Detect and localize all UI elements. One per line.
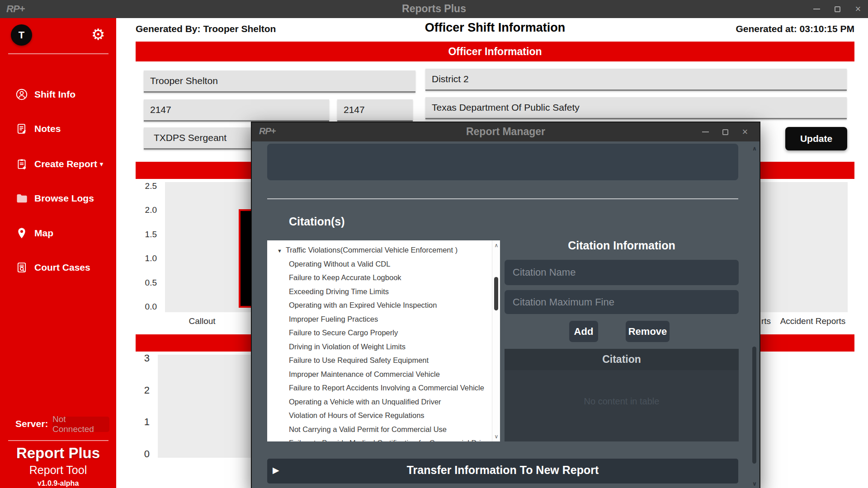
list-scrollbar[interactable]: ∧ ∨ xyxy=(492,240,500,441)
maximize-button[interactable] xyxy=(832,4,843,14)
x-axis-label-partial: rts xyxy=(761,316,771,326)
report-content-box[interactable] xyxy=(267,144,738,180)
y-tick-label: 2 xyxy=(132,375,150,407)
tree-children: Operating Without a Valid CDLFailure to … xyxy=(267,257,500,442)
sidebar-item-court-cases[interactable]: Court Cases xyxy=(0,260,116,275)
y-tick-label: 0 xyxy=(132,438,150,470)
tree-item[interactable]: Exceeding Driving Time Limits xyxy=(267,285,500,299)
sidebar-item-label: Court Cases xyxy=(34,262,90,273)
badge-number-field[interactable] xyxy=(144,99,329,122)
tree-root-label: Traffic Violations(Commercial Vehicle En… xyxy=(286,246,458,254)
add-button[interactable]: Add xyxy=(569,321,598,342)
sidebar-item-label: Notes xyxy=(34,123,61,134)
generated-at-label: Generated at: 03:10:15 PM xyxy=(0,23,854,34)
tree-item[interactable]: Operating a Vehicle with an Unqualified … xyxy=(267,395,500,409)
scroll-down-icon[interactable]: ∨ xyxy=(492,433,500,440)
tree-item[interactable]: Violation of Hours of Service Regulation… xyxy=(267,408,500,422)
tree-item[interactable]: Failure to Provide Medical Certification… xyxy=(267,436,500,441)
sidebar-item-label: Shift Info xyxy=(34,89,75,100)
avatar[interactable]: T xyxy=(11,24,32,46)
server-label: Server: xyxy=(15,418,48,429)
sidebar-item-browse-logs[interactable]: Browse Logs xyxy=(0,191,116,206)
modal-scrollbar-thumb[interactable] xyxy=(752,347,756,464)
version-label: v1.0.9-alpha xyxy=(0,479,116,488)
y-tick-label: 1 xyxy=(132,406,150,438)
transfer-label: Transfer Information To New Report xyxy=(267,464,738,477)
tree-item[interactable]: Failure to Report Accidents Involving a … xyxy=(267,381,500,395)
modal-maximize-button[interactable] xyxy=(720,127,731,137)
y-tick-label: 1.0 xyxy=(132,246,157,270)
brand-title: Report Plus xyxy=(0,445,116,462)
tree-item[interactable]: Failure to Use Required Safety Equipment xyxy=(267,353,500,367)
citation-table: No content in table xyxy=(505,370,739,441)
x-axis-label-callout: Callout xyxy=(179,316,225,326)
app-title: Reports Plus xyxy=(0,3,868,15)
modal-close-button[interactable]: × xyxy=(740,127,750,137)
y-tick-label: 2.0 xyxy=(132,198,157,222)
y-tick-label: 3 xyxy=(132,343,150,375)
tree-item[interactable]: Not Carrying a Valid Permit for Commerci… xyxy=(267,422,500,436)
y-tick-label: 0.0 xyxy=(132,295,157,319)
tree-expand-icon[interactable]: ▼ xyxy=(277,248,282,253)
report-manager-titlebar: RP+ Report Manager × xyxy=(252,122,760,141)
sidebar-item-map[interactable]: Map xyxy=(0,225,116,241)
folder-icon xyxy=(15,192,28,205)
transfer-information-button[interactable]: ▶ Transfer Information To New Report xyxy=(267,459,738,483)
close-button[interactable]: × xyxy=(853,4,863,14)
officer-name-field[interactable] xyxy=(144,70,415,93)
tree-item[interactable]: Operating with an Expired Vehicle Inspec… xyxy=(267,298,500,312)
y-tick-label: 0.5 xyxy=(132,271,157,295)
chart2-y-axis: 3210 xyxy=(132,343,150,470)
officer-information-banner: Officer Information xyxy=(136,42,854,61)
x-axis-label-accident-reports: Accident Reports xyxy=(774,316,852,326)
department-field[interactable] xyxy=(425,97,847,119)
unit-number-field[interactable] xyxy=(337,99,413,122)
court-cases-icon xyxy=(15,261,28,274)
sidebar-item-create-report[interactable]: Create Report ▼ xyxy=(0,156,116,172)
update-button[interactable]: Update xyxy=(785,127,847,150)
sidebar-divider xyxy=(8,53,108,54)
app-window: RP+ Reports Plus × T ⚙ Shift Info xyxy=(0,0,868,488)
sidebar: T ⚙ Shift Info Notes xyxy=(0,18,116,488)
tree-item[interactable]: Failure to Keep Accurate Logbook xyxy=(267,271,500,285)
citation-name-input[interactable] xyxy=(505,260,739,285)
modal-scroll-up-icon[interactable]: ∧ xyxy=(750,145,759,152)
chevron-down-icon: ▼ xyxy=(99,161,104,168)
report-manager-window: RP+ Report Manager × Citation(s) ▼Traffi… xyxy=(251,122,760,488)
y-tick-label: 1.5 xyxy=(132,222,157,246)
y-tick-label: 2.5 xyxy=(132,174,157,198)
modal-title: Report Manager xyxy=(252,126,760,138)
tree-item[interactable]: Improper Fueling Practices xyxy=(267,312,500,326)
brand-subtitle: Report Tool xyxy=(0,464,116,477)
list-scrollbar-thumb[interactable] xyxy=(494,277,498,310)
modal-scroll-down-icon[interactable]: ∨ xyxy=(750,480,759,487)
citations-tree: ▼Traffic Violations(Commercial Vehicle E… xyxy=(267,240,500,441)
remove-button[interactable]: Remove xyxy=(626,321,670,342)
gear-icon[interactable]: ⚙ xyxy=(91,24,105,44)
tree-item[interactable]: Improper Maintenance of Commercial Vehic… xyxy=(267,367,500,381)
tree-item[interactable]: Driving in Violation of Weight Limits xyxy=(267,340,500,354)
sidebar-divider xyxy=(8,440,108,441)
tree-item[interactable]: Operating Without a Valid CDL xyxy=(267,257,500,271)
citation-information-heading: Citation Information xyxy=(505,239,739,252)
tree-root-traffic-violations[interactable]: ▼Traffic Violations(Commercial Vehicle E… xyxy=(267,243,500,257)
minimize-button[interactable] xyxy=(811,4,822,14)
user-circle-icon xyxy=(15,88,28,101)
sidebar-item-notes[interactable]: Notes xyxy=(0,121,116,136)
tree-item[interactable]: Failure to Secure Cargo Properly xyxy=(267,326,500,340)
scroll-up-icon[interactable]: ∧ xyxy=(492,242,500,249)
sidebar-item-shift-info[interactable]: Shift Info xyxy=(0,87,116,102)
create-report-icon xyxy=(15,158,28,170)
table-empty-text: No content in table xyxy=(505,396,739,407)
server-status-row: Server: Not Connected xyxy=(0,417,116,433)
modal-minimize-button[interactable] xyxy=(700,127,711,137)
notes-icon xyxy=(15,122,28,135)
app-titlebar: RP+ Reports Plus × xyxy=(0,0,868,18)
citation-table-header: Citation xyxy=(505,349,739,370)
citation-max-fine-input[interactable] xyxy=(505,290,739,314)
district-field[interactable] xyxy=(425,69,847,91)
sidebar-item-label: Create Report xyxy=(34,159,97,169)
map-pin-icon xyxy=(15,227,28,239)
sidebar-item-label: Browse Logs xyxy=(34,193,94,204)
modal-separator xyxy=(267,198,738,199)
